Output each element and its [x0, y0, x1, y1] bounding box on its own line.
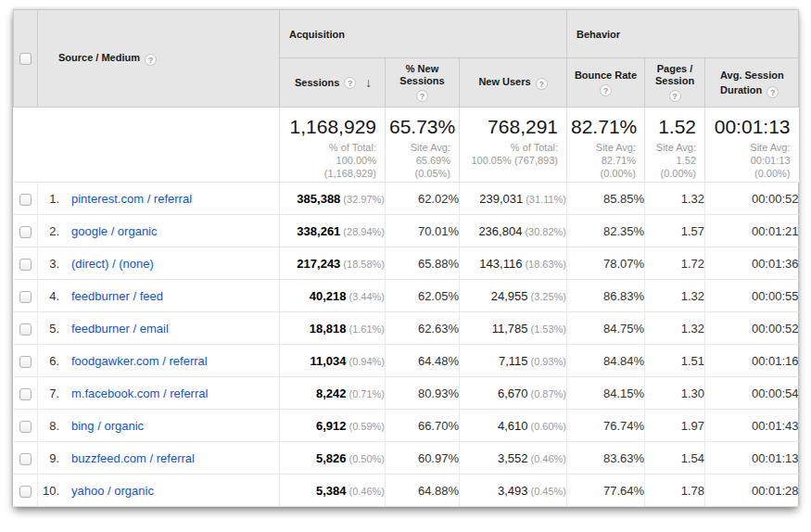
table-row: 2.google / organic338,261(28.94%)70.01%2… [14, 215, 799, 247]
source-medium-link[interactable]: feedburner / feed [71, 289, 163, 303]
sessions-percent: (1.61%) [348, 323, 385, 335]
bounce-rate-cell: 76.74% [567, 410, 645, 442]
totals-row: 1,168,929 % of Total: 100.00% (1,168,929… [14, 108, 799, 183]
sessions-cell: 40,218(3.44%) [280, 280, 386, 312]
new-users-percent: (0.93%) [530, 356, 566, 367]
avg-duration-cell: 00:01:28 [705, 475, 799, 507]
source-medium-cell: 5.feedburner / email [38, 312, 280, 345]
help-icon[interactable]: ? [767, 86, 779, 98]
pct-new-sessions-cell: 62.02% [386, 183, 460, 215]
source-medium-link[interactable]: yahoo / organic [71, 484, 154, 498]
new-users-cell: 143,116(18.63%) [460, 247, 567, 280]
pages-session-cell: 1.32 [645, 312, 705, 345]
new-users-value: 143,116 [479, 257, 522, 271]
group-header-acquisition: Acquisition [280, 10, 567, 58]
table-body: 1,168,929 % of Total: 100.00% (1,168,929… [14, 108, 799, 507]
source-medium-link[interactable]: m.facebook.com / referral [71, 386, 208, 400]
source-medium-link[interactable]: bing / organic [71, 419, 144, 433]
row-index: 10. [38, 484, 59, 498]
sessions-percent: (0.94%) [348, 356, 385, 367]
row-checkbox[interactable] [19, 356, 32, 368]
row-select-cell [14, 442, 38, 475]
row-checkbox[interactable] [19, 194, 32, 206]
table-row: 7.m.facebook.com / referral8,242(0.71%)8… [14, 377, 799, 410]
row-checkbox[interactable] [19, 388, 32, 400]
row-index: 8. [38, 419, 59, 433]
sessions-value: 18,818 [310, 322, 347, 336]
totals-pct-new-sessions-subtext: Site Avg: 65.69% (0.05%) [389, 141, 450, 180]
source-medium-link[interactable]: foodgawker.com / referral [71, 354, 208, 368]
new-users-cell: 7,115(0.93%) [460, 345, 567, 377]
column-header-source-medium[interactable]: Source / Medium? [38, 10, 280, 108]
row-checkbox[interactable] [19, 226, 32, 238]
new-users-cell: 11,785(1.53%) [460, 312, 567, 345]
row-checkbox[interactable] [19, 291, 32, 303]
sort-descending-icon[interactable]: ↓ [365, 75, 372, 90]
help-icon[interactable]: ? [536, 78, 548, 90]
source-medium-cell: 1.pinterest.com / referral [38, 183, 280, 215]
sessions-value: 5,826 [316, 451, 347, 465]
source-medium-cell: 10.yahoo / organic [38, 475, 280, 507]
source-medium-cell: 2.google / organic [38, 215, 280, 247]
source-medium-link[interactable]: feedburner / email [71, 322, 169, 336]
sessions-label: Sessions [295, 77, 339, 88]
pct-new-sessions-cell: 80.93% [386, 377, 460, 410]
bounce-rate-cell: 84.84% [567, 345, 645, 377]
source-medium-link[interactable]: buzzfeed.com / referral [71, 451, 195, 465]
new-users-value: 236,804 [478, 224, 522, 238]
group-header-row: Source / Medium? Acquisition Behavior [14, 10, 799, 58]
source-medium-link[interactable]: google / organic [71, 224, 158, 238]
pct-new-sessions-cell: 62.63% [386, 312, 460, 345]
column-header-bounce-rate[interactable]: Bounce Rate ? [567, 58, 645, 108]
row-checkbox[interactable] [19, 259, 32, 271]
column-header-pct-new-sessions[interactable]: % New Sessions ? [386, 58, 460, 108]
help-icon[interactable]: ? [600, 84, 612, 96]
bounce-rate-cell: 84.75% [567, 312, 645, 345]
row-checkbox[interactable] [19, 421, 32, 433]
column-header-pages-session[interactable]: Pages / Session ? [645, 58, 705, 108]
row-index: 6. [38, 354, 59, 368]
row-index: 5. [38, 322, 59, 336]
new-users-value: 11,785 [492, 322, 528, 336]
row-checkbox[interactable] [19, 453, 32, 465]
totals-new-users-subtext: % of Total: 100.05% (767,893) [463, 141, 558, 167]
sessions-value: 8,242 [316, 386, 347, 400]
table-row: 9.buzzfeed.com / referral5,826(0.50%)60.… [14, 442, 799, 475]
new-users-percent: (3.25%) [530, 291, 566, 302]
sessions-percent: (32.97%) [343, 194, 385, 205]
sessions-cell: 385,388(32.97%) [280, 183, 386, 215]
source-medium-link[interactable]: pinterest.com / referral [71, 192, 192, 206]
help-icon[interactable]: ? [669, 90, 681, 102]
totals-sessions-subtext: % of Total: 100.00% (1,168,929) [284, 141, 376, 180]
source-medium-link[interactable]: (direct) / (none) [71, 257, 154, 271]
pct-new-sessions-label-line2: Sessions [391, 75, 453, 87]
sessions-cell: 5,384(0.46%) [280, 475, 386, 507]
pct-new-sessions-cell: 60.97% [386, 442, 460, 475]
avg-duration-cell: 00:01:21 [705, 215, 799, 247]
totals-pct-new-sessions-cell: 65.73% Site Avg: 65.69% (0.05%) [386, 108, 460, 183]
new-users-cell: 3,493(0.45%) [460, 475, 567, 507]
select-all-checkbox[interactable] [19, 53, 32, 65]
new-users-cell: 239,031(31.11%) [460, 183, 567, 215]
help-icon[interactable]: ? [145, 54, 157, 66]
column-header-sessions[interactable]: Sessions? ↓ [280, 58, 386, 108]
sessions-value: 5,384 [316, 484, 347, 498]
sessions-cell: 11,034(0.94%) [280, 345, 386, 377]
totals-bounce-rate-value: 82.71% [571, 116, 636, 138]
analytics-report-table: Source / Medium? Acquisition Behavior Se… [13, 9, 798, 507]
help-icon[interactable]: ? [344, 77, 356, 89]
sessions-cell: 6,912(0.59%) [280, 410, 386, 442]
row-index: 7. [38, 386, 59, 400]
sessions-percent: (0.71%) [348, 388, 385, 399]
avg-duration-cell: 00:01:13 [705, 442, 799, 475]
bounce-rate-cell: 85.85% [567, 183, 645, 215]
new-users-value: 3,493 [498, 484, 528, 498]
help-icon[interactable]: ? [416, 90, 428, 102]
sessions-percent: (3.44%) [348, 291, 385, 302]
column-header-new-users[interactable]: New Users? [460, 58, 567, 108]
row-checkbox[interactable] [19, 323, 32, 336]
row-checkbox[interactable] [19, 486, 32, 498]
pct-new-sessions-cell: 64.48% [386, 345, 460, 377]
column-header-avg-session-duration[interactable]: Avg. Session Duration? [705, 58, 799, 108]
avg-duration-cell: 00:00:52 [705, 312, 799, 345]
